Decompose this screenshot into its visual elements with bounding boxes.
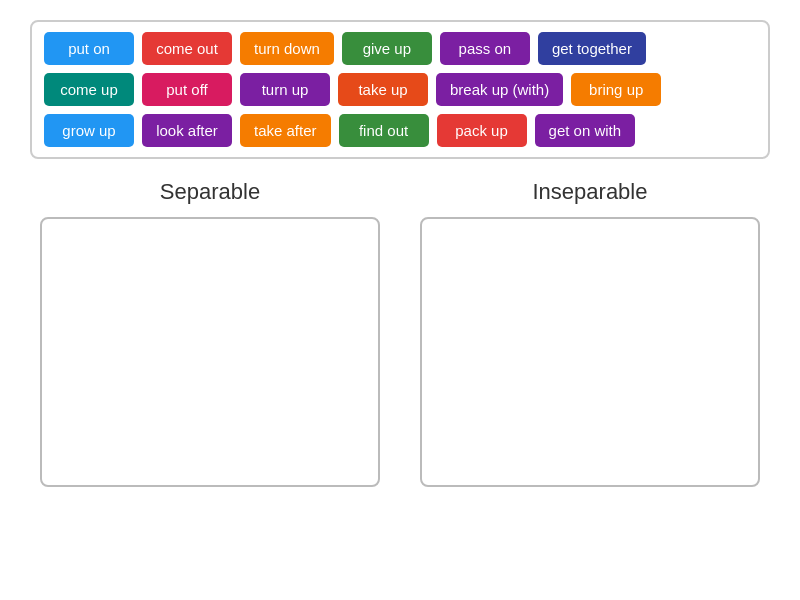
chip-1-1[interactable]: put off <box>142 73 232 106</box>
chip-2-2[interactable]: take after <box>240 114 331 147</box>
chip-1-4[interactable]: break up (with) <box>436 73 563 106</box>
chip-2-1[interactable]: look after <box>142 114 232 147</box>
chip-0-0[interactable]: put on <box>44 32 134 65</box>
inseparable-category: Inseparable <box>420 179 760 487</box>
chip-0-5[interactable]: get together <box>538 32 646 65</box>
chip-0-1[interactable]: come out <box>142 32 232 65</box>
word-bank: put oncome outturn downgive uppass onget… <box>30 20 770 159</box>
inseparable-drop-zone[interactable] <box>420 217 760 487</box>
categories-area: Separable Inseparable <box>30 179 770 487</box>
word-row-2: grow uplook aftertake afterfind outpack … <box>44 114 756 147</box>
chip-0-3[interactable]: give up <box>342 32 432 65</box>
main-container: put oncome outturn downgive uppass onget… <box>0 0 800 507</box>
chip-2-0[interactable]: grow up <box>44 114 134 147</box>
chip-1-3[interactable]: take up <box>338 73 428 106</box>
chip-2-4[interactable]: pack up <box>437 114 527 147</box>
chip-2-5[interactable]: get on with <box>535 114 636 147</box>
separable-drop-zone[interactable] <box>40 217 380 487</box>
chip-1-5[interactable]: bring up <box>571 73 661 106</box>
word-row-0: put oncome outturn downgive uppass onget… <box>44 32 756 65</box>
chip-1-0[interactable]: come up <box>44 73 134 106</box>
separable-label: Separable <box>160 179 260 205</box>
chip-2-3[interactable]: find out <box>339 114 429 147</box>
chip-0-2[interactable]: turn down <box>240 32 334 65</box>
separable-category: Separable <box>40 179 380 487</box>
word-row-1: come upput offturn uptake upbreak up (wi… <box>44 73 756 106</box>
chip-0-4[interactable]: pass on <box>440 32 530 65</box>
inseparable-label: Inseparable <box>533 179 648 205</box>
chip-1-2[interactable]: turn up <box>240 73 330 106</box>
